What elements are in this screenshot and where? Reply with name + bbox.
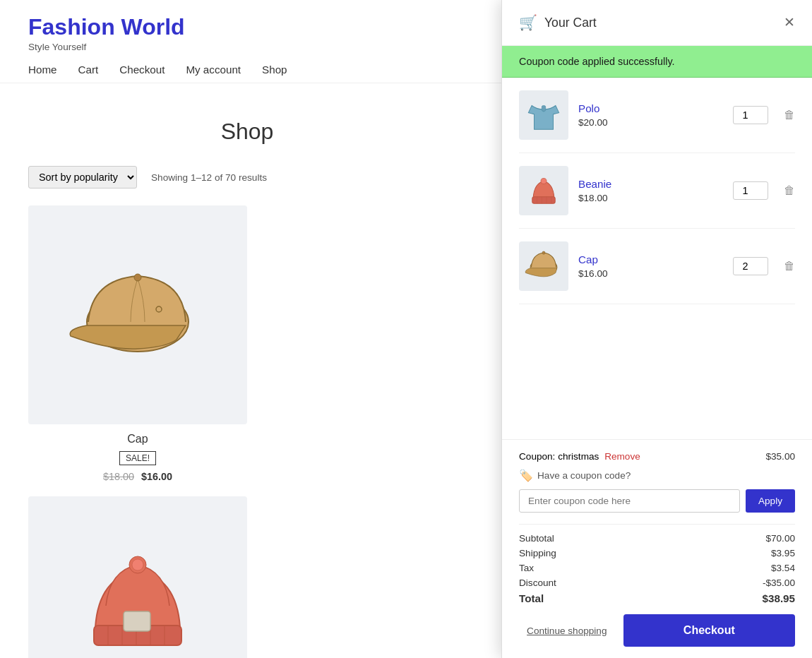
subtotal-row: Subtotal $70.00 <box>519 533 795 544</box>
cart-title: Your Cart <box>544 16 784 30</box>
have-coupon: 🏷️ Have a coupon code? <box>519 469 795 482</box>
cart-item-image-beanie <box>519 166 568 215</box>
cart-item-info-cap: Cap $16.00 <box>578 253 723 279</box>
cart-item-qty-polo <box>733 106 768 124</box>
continue-shopping-button[interactable]: Continue shopping <box>519 626 615 636</box>
checkout-button[interactable]: Checkout <box>623 614 795 647</box>
sort-select[interactable]: Sort by popularity <box>28 166 137 189</box>
delete-beanie-button[interactable]: 🗑 <box>784 184 795 197</box>
total-row: Total $38.95 <box>519 592 795 604</box>
cart-item-info-beanie: Beanie $18.00 <box>578 178 723 203</box>
cart-icon: 🛒 <box>519 14 537 31</box>
svg-point-11 <box>132 559 143 570</box>
subtotal-value: $70.00 <box>765 533 795 544</box>
product-card: Beanie SALE! $20.00 $18.00 <box>28 496 247 658</box>
qty-input-cap[interactable] <box>733 257 768 275</box>
nav-shop[interactable]: Shop <box>262 64 287 76</box>
cart-item: Beanie $18.00 🗑 <box>519 153 795 229</box>
product-grid: Cap SALE! $18.00 $16.00 <box>28 205 466 658</box>
qty-input-beanie[interactable] <box>733 181 768 200</box>
have-coupon-label: Have a coupon code? <box>537 470 631 481</box>
cart-item-name-polo: Polo <box>578 102 723 114</box>
apply-button[interactable]: Apply <box>746 489 795 513</box>
nav-checkout[interactable]: Checkout <box>119 64 165 76</box>
shipping-value: $3.95 <box>771 548 795 558</box>
cart-item: Polo $20.00 🗑 <box>519 78 795 153</box>
svg-rect-12 <box>542 106 545 112</box>
svg-rect-13 <box>532 197 555 203</box>
results-count: Showing 1–12 of 70 results <box>151 172 267 183</box>
cart-item-price-polo: $20.00 <box>578 117 723 128</box>
cart-item: Cap $16.00 🗑 <box>519 229 795 304</box>
nav-my-account[interactable]: My account <box>186 64 241 76</box>
total-value: $38.95 <box>763 592 795 604</box>
product-badge: SALE! <box>119 451 156 465</box>
nav-cart[interactable]: Cart <box>78 64 99 76</box>
shipping-label: Shipping <box>519 548 556 558</box>
shop-toolbar: Sort by popularity Showing 1–12 of 70 re… <box>28 166 466 189</box>
cart-item-image-polo <box>519 90 568 140</box>
shipping-row: Shipping $3.95 <box>519 548 795 558</box>
tax-row: Tax $3.54 <box>519 563 795 573</box>
svg-rect-9 <box>124 611 150 631</box>
coupon-success-banner: Coupon code applied successfully. <box>502 46 812 78</box>
discount-label: Discount <box>519 578 556 588</box>
cart-item-name-beanie: Beanie <box>578 178 723 190</box>
cart-item-image-cap <box>519 241 568 291</box>
cart-footer: Coupon: christmas Remove $35.00 🏷️ Have … <box>502 439 812 658</box>
coupon-label: Coupon: christmas Remove <box>519 451 640 462</box>
svg-point-18 <box>541 178 547 184</box>
cart-item-info-polo: Polo $20.00 <box>578 102 723 128</box>
cart-header: 🛒 Your Cart ✕ <box>502 0 812 46</box>
discount-value: -$35.00 <box>763 578 795 588</box>
tax-label: Tax <box>519 563 534 573</box>
cart-item-price-cap: $16.00 <box>578 268 723 279</box>
cart-item-qty-beanie <box>733 181 768 200</box>
svg-point-1 <box>134 274 141 281</box>
cart-item-price-beanie: $18.00 <box>578 193 723 203</box>
delete-polo-button[interactable]: 🗑 <box>784 109 795 121</box>
qty-input-polo[interactable] <box>733 106 768 124</box>
total-label: Total <box>519 592 544 604</box>
price-sale: $16.00 <box>141 471 172 482</box>
tax-value: $3.54 <box>771 563 795 573</box>
product-image-beanie[interactable] <box>28 496 247 658</box>
product-name: Cap <box>28 433 247 445</box>
product-image-cap[interactable] <box>28 205 247 424</box>
coupon-icon: 🏷️ <box>519 469 533 482</box>
page-title: Shop <box>28 119 466 145</box>
discount-row: Discount -$35.00 <box>519 578 795 588</box>
coupon-remove-button[interactable]: Remove <box>604 451 640 462</box>
cart-items: Polo $20.00 🗑 B <box>502 78 812 439</box>
cart-overlay: 🛒 Your Cart ✕ Coupon code applied succes… <box>501 0 812 658</box>
main-content: Shop Sort by popularity Showing 1–12 of … <box>0 83 494 658</box>
cart-item-name-cap: Cap <box>578 253 723 265</box>
cart-item-qty-cap <box>733 257 768 275</box>
coupon-amount: $35.00 <box>765 451 795 462</box>
product-prices: $18.00 $16.00 <box>28 471 247 482</box>
coupon-input-row: Apply <box>519 489 795 513</box>
cart-totals: Subtotal $70.00 Shipping $3.95 Tax $3.54… <box>519 524 795 604</box>
cart-actions: Continue shopping Checkout <box>519 614 795 647</box>
close-icon[interactable]: ✕ <box>784 16 795 29</box>
product-card: Cap SALE! $18.00 $16.00 <box>28 205 247 482</box>
coupon-row: Coupon: christmas Remove $35.00 <box>519 451 795 462</box>
subtotal-label: Subtotal <box>519 533 554 544</box>
delete-cap-button[interactable]: 🗑 <box>784 260 795 273</box>
svg-point-20 <box>542 251 545 254</box>
nav-home[interactable]: Home <box>28 64 57 76</box>
price-original: $18.00 <box>103 471 134 482</box>
coupon-input[interactable] <box>519 489 740 513</box>
